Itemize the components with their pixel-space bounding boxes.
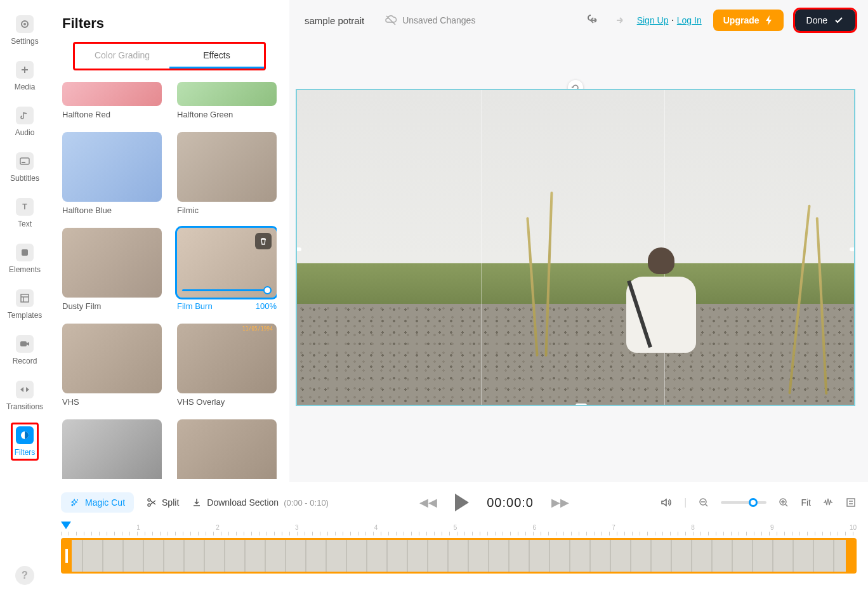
sidebar-item-audio[interactable]: Audio (15, 107, 35, 137)
time-range: (0:00 - 0:10) (284, 498, 329, 508)
magic-cut-button[interactable]: Magic Cut (61, 492, 134, 513)
filters-icon (16, 426, 34, 444)
sidebar-item-templates[interactable]: Templates (8, 289, 43, 320)
svg-rect-14 (847, 499, 855, 506)
text-icon: T (16, 198, 34, 216)
svg-point-9 (77, 499, 78, 501)
sidebar-item-filters[interactable]: Filters (15, 426, 36, 457)
upgrade-button[interactable]: Upgrade (713, 10, 784, 31)
video-canvas[interactable] (296, 89, 855, 406)
timeline-clip[interactable] (61, 538, 857, 574)
sidebar-item-media[interactable]: Media (15, 61, 36, 91)
sidebar-label: Subtitles (10, 174, 39, 183)
timecode: 00:00:0 (487, 496, 534, 510)
done-button[interactable]: Done (795, 10, 855, 31)
auth-links: Sign Up · Log In (637, 15, 702, 26)
download-section-button[interactable]: Download Section(0:00 - 0:10) (192, 497, 329, 508)
filter-halftone-blue[interactable]: Halftone Blue (62, 132, 162, 215)
svg-rect-6 (20, 341, 27, 346)
filter-thumbnail (177, 132, 277, 202)
skip-forward-button[interactable]: ▶▶ (551, 496, 569, 509)
waveform-icon[interactable] (822, 497, 834, 508)
sidebar-label: Transitions (6, 402, 43, 411)
svg-point-11 (148, 504, 150, 506)
timeline-settings-icon[interactable] (845, 497, 857, 508)
svg-rect-4 (22, 249, 28, 256)
unsaved-status: Unsaved Changes (385, 14, 475, 27)
sidebar-label: Text (18, 220, 32, 228)
clip-handle-left[interactable] (65, 549, 68, 563)
sidebar-item-subtitles[interactable]: Subtitles (10, 152, 39, 183)
zoom-out-icon[interactable] (698, 497, 709, 508)
filter-film-burn[interactable]: Film Burn 100% (177, 228, 277, 311)
top-bar: sample potrait Unsaved Changes Sign Up ·… (289, 0, 868, 41)
sidebar-item-text[interactable]: T Text (16, 198, 34, 228)
scissors-icon (147, 497, 157, 508)
volume-icon[interactable] (660, 496, 673, 509)
zoom-in-icon[interactable] (778, 497, 789, 508)
filter-thumbnail (62, 228, 162, 298)
magic-icon (70, 497, 80, 508)
split-button[interactable]: Split (147, 497, 179, 508)
resize-handle-left[interactable] (296, 247, 301, 251)
help-button[interactable]: ? (15, 566, 34, 585)
zoom-slider[interactable] (721, 501, 766, 504)
filter-item[interactable] (62, 419, 162, 479)
slider-handle[interactable] (749, 498, 758, 507)
filter-vhs-overlay[interactable]: 11/05/1994 VHS Overlay (177, 324, 277, 407)
clip-handle-right[interactable] (850, 549, 852, 563)
filter-intensity-slider[interactable] (182, 289, 272, 291)
sidebar-item-elements[interactable]: Elements (9, 244, 41, 274)
filter-label: Halftone Blue (62, 206, 162, 215)
undo-button[interactable] (586, 13, 600, 27)
timeline-ruler[interactable]: 12345678910 (61, 524, 857, 535)
bottom-toolbar: Magic Cut Split Download Section(0:00 - … (49, 482, 868, 604)
filter-thumbnail (177, 419, 277, 479)
login-link[interactable]: Log In (677, 15, 702, 25)
resize-handle-bottom[interactable] (575, 404, 587, 406)
filter-thumbnail (62, 419, 162, 479)
filter-vhs[interactable]: VHS (62, 324, 162, 407)
download-icon (192, 497, 202, 508)
plus-icon (16, 61, 34, 79)
redo-button[interactable] (612, 13, 626, 27)
sidebar-item-transitions[interactable]: Transitions (6, 381, 43, 411)
sidebar-item-record[interactable]: Record (13, 335, 37, 365)
tab-effects[interactable]: Effects (169, 44, 264, 69)
svg-rect-3 (22, 162, 25, 163)
tab-color-grading[interactable]: Color Grading (75, 44, 169, 69)
filter-grid[interactable]: Halftone Red Halftone Green Halftone Blu… (62, 82, 277, 479)
filter-halftone-green[interactable]: Halftone Green (177, 82, 277, 119)
filter-filmic[interactable]: Filmic (177, 132, 277, 215)
filter-halftone-red[interactable]: Halftone Red (62, 82, 162, 119)
transition-icon (16, 381, 34, 398)
filter-dusty-film[interactable]: Dusty Film (62, 228, 162, 311)
svg-rect-2 (20, 158, 29, 164)
signup-link[interactable]: Sign Up (637, 15, 669, 25)
resize-handle-right[interactable] (850, 247, 855, 251)
main-area: sample potrait Unsaved Changes Sign Up ·… (289, 0, 868, 482)
filter-item[interactable] (177, 419, 277, 479)
svg-point-7 (21, 431, 29, 439)
filter-thumbnail (62, 324, 162, 393)
filter-label: Film Burn 100% (177, 301, 277, 311)
filter-label: VHS Overlay (177, 397, 277, 407)
filter-label: Dusty Film (62, 301, 162, 311)
sidebar-label: Audio (15, 128, 35, 137)
delete-filter-icon[interactable] (255, 233, 272, 249)
cloud-off-icon (385, 14, 397, 27)
skip-back-button[interactable]: ◀◀ (419, 496, 437, 509)
filter-tabs: Color Grading Effects (73, 42, 266, 70)
shapes-icon (16, 244, 34, 261)
project-name[interactable]: sample potrait (305, 15, 364, 26)
left-sidebar: Settings Media Audio Subtitles T Text El… (0, 0, 49, 604)
fit-button[interactable]: Fit (801, 497, 811, 508)
play-button[interactable] (455, 494, 469, 511)
sidebar-label: Media (15, 82, 36, 91)
sidebar-label: Elements (9, 265, 41, 274)
sidebar-item-settings[interactable]: Settings (11, 15, 38, 46)
filter-thumbnail (177, 228, 277, 298)
slider-handle[interactable] (263, 286, 272, 294)
sidebar-label: Record (13, 357, 37, 365)
panel-title: Filters (62, 15, 277, 32)
